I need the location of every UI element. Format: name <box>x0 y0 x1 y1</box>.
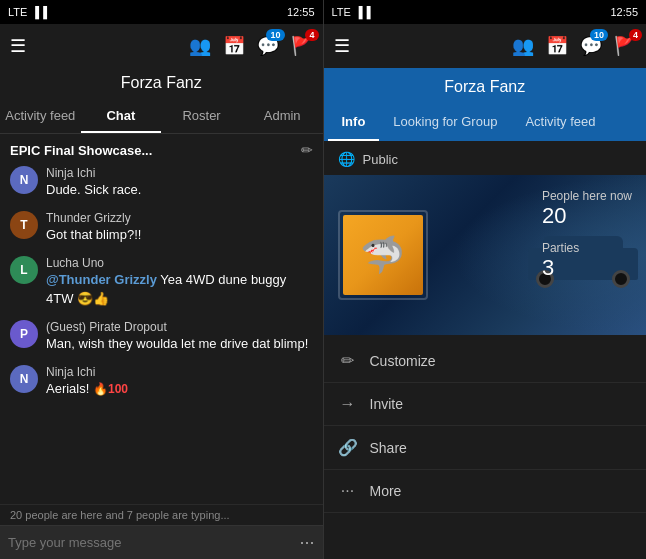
left-top-bar: ☰ 👥 📅 💬 10 🚩 4 <box>0 24 323 68</box>
tab-right-looking-for-group[interactable]: Looking for Group <box>379 104 511 141</box>
right-top-bar-icons: 👥 📅 💬 10 🚩 4 <box>512 35 636 57</box>
left-tabs: Activity feed Chat Roster Admin <box>0 100 323 134</box>
action-list: ✏ Customize → Invite 🔗 Share ··· More <box>324 335 647 517</box>
chat-input-bar: ··· <box>0 525 323 559</box>
avatar-ninja-ichi-1: N <box>10 166 38 194</box>
chat-icon-wrap[interactable]: 💬 10 <box>257 35 279 57</box>
avatar-pirate-dropout: P <box>10 320 38 348</box>
shark-logo-inner: 🦈 <box>343 215 423 295</box>
invite-label: Invite <box>370 396 403 412</box>
msg-text-2: Got that blimp?!! <box>46 226 313 244</box>
stat-parties: Parties 3 <box>542 241 632 281</box>
chat-messages[interactable]: N Ninja Ichi Dude. Sick race. T Thunder … <box>0 162 323 504</box>
customize-icon: ✏ <box>338 351 358 370</box>
msg-content-5: Ninja Ichi Aerials! 🔥100 <box>46 365 313 398</box>
msg-content-1: Ninja Ichi Dude. Sick race. <box>46 166 313 199</box>
stat-parties-label: Parties <box>542 241 632 255</box>
right-lte-icon: ▐▐ <box>355 6 371 18</box>
flag-icon-wrap[interactable]: 🚩 4 <box>291 35 313 57</box>
public-row: 🌐 Public <box>324 141 647 175</box>
stat-parties-value: 3 <box>542 255 632 281</box>
msg-sender-1: Ninja Ichi <box>46 166 313 180</box>
info-content[interactable]: 🌐 Public 🦈 <box>324 141 647 559</box>
action-more[interactable]: ··· More <box>324 470 647 513</box>
globe-icon: 🌐 <box>338 151 355 167</box>
right-status-bar: LTE ▐▐ 12:55 <box>324 0 647 24</box>
action-share[interactable]: 🔗 Share <box>324 426 647 470</box>
banner-stats: People here now 20 Parties 3 <box>542 189 632 293</box>
message-2: T Thunder Grizzly Got that blimp?!! <box>10 211 313 244</box>
message-3: L Lucha Uno @Thunder Grizzly Yea 4WD dun… <box>10 256 313 307</box>
msg-sender-3: Lucha Uno <box>46 256 313 270</box>
right-tabs: Info Looking for Group Activity feed <box>324 104 647 141</box>
fire-100-text: 🔥100 <box>93 382 128 396</box>
invite-icon: → <box>338 395 358 413</box>
stat-people-here-now: People here now 20 <box>542 189 632 229</box>
right-hamburger-icon[interactable]: ☰ <box>334 35 350 57</box>
tab-chat[interactable]: Chat <box>81 100 162 133</box>
tab-admin[interactable]: Admin <box>242 100 323 133</box>
msg-sender-5: Ninja Ichi <box>46 365 313 379</box>
more-button[interactable]: ··· <box>299 532 314 553</box>
msg-content-2: Thunder Grizzly Got that blimp?!! <box>46 211 313 244</box>
edit-icon[interactable]: ✏ <box>301 142 313 158</box>
avatar-ninja-ichi-2: N <box>10 365 38 393</box>
right-calendar-icon-wrap[interactable]: 📅 <box>546 35 568 57</box>
right-carrier: LTE <box>332 6 351 18</box>
message-4: P (Guest) Pirate Dropout Man, wish they … <box>10 320 313 353</box>
msg-sender-2: Thunder Grizzly <box>46 211 313 225</box>
msg-content-3: Lucha Uno @Thunder Grizzly Yea 4WD dune … <box>46 256 313 307</box>
group-banner: 🦈 People here now 20 <box>324 175 647 335</box>
shark-logo: 🦈 <box>338 210 428 300</box>
right-calendar-icon: 📅 <box>546 36 568 56</box>
banner-background: 🦈 People here now 20 <box>324 175 647 335</box>
customize-label: Customize <box>370 353 436 369</box>
msg-sender-4: (Guest) Pirate Dropout <box>46 320 313 334</box>
action-invite[interactable]: → Invite <box>324 383 647 426</box>
calendar-icon-wrap[interactable]: 📅 <box>223 35 245 57</box>
right-people-icon-wrap[interactable]: 👥 <box>512 35 534 57</box>
chat-header: EPIC Final Showcase... ✏ <box>0 134 323 162</box>
chat-footer-status: 20 people are here and 7 people are typi… <box>0 504 323 525</box>
msg-text-3: @Thunder Grizzly Yea 4WD dune buggy 4TW … <box>46 271 313 307</box>
message-5: N Ninja Ichi Aerials! 🔥100 <box>10 365 313 398</box>
left-status-left: LTE ▐▐ <box>8 6 47 18</box>
tab-roster[interactable]: Roster <box>161 100 242 133</box>
msg-content-4: (Guest) Pirate Dropout Man, wish they wo… <box>46 320 313 353</box>
left-panel: LTE ▐▐ 12:55 ☰ 👥 📅 💬 10 🚩 4 <box>0 0 324 559</box>
right-time: 12:55 <box>610 6 638 18</box>
chat-input[interactable] <box>8 535 291 550</box>
stat-people-value: 20 <box>542 203 632 229</box>
carrier-text: LTE <box>8 6 27 18</box>
right-flag-badge: 4 <box>629 29 642 41</box>
right-status-right: 12:55 <box>610 6 638 18</box>
chat-badge: 10 <box>266 29 284 41</box>
right-top-bar: ☰ 👥 📅 💬 10 🚩 4 <box>324 24 647 68</box>
flag-badge: 4 <box>305 29 318 41</box>
msg-text-4: Man, wish they woulda let me drive dat b… <box>46 335 313 353</box>
left-status-right: 12:55 <box>287 6 315 18</box>
msg-text-1: Dude. Sick race. <box>46 181 313 199</box>
right-status-left: LTE ▐▐ <box>332 6 371 18</box>
message-1: N Ninja Ichi Dude. Sick race. <box>10 166 313 199</box>
stat-people-label: People here now <box>542 189 632 203</box>
right-chat-badge: 10 <box>590 29 608 41</box>
chat-section-title: EPIC Final Showcase... <box>10 143 152 158</box>
right-chat-icon-wrap[interactable]: 💬 10 <box>580 35 602 57</box>
msg-text-5: Aerials! 🔥100 <box>46 380 313 398</box>
share-label: Share <box>370 440 407 456</box>
hamburger-icon[interactable]: ☰ <box>10 35 26 57</box>
tab-right-info[interactable]: Info <box>328 104 380 141</box>
top-bar-icons: 👥 📅 💬 10 🚩 4 <box>189 35 313 57</box>
calendar-icon: 📅 <box>223 36 245 56</box>
action-customize[interactable]: ✏ Customize <box>324 339 647 383</box>
people-icon-wrap[interactable]: 👥 <box>189 35 211 57</box>
right-panel: LTE ▐▐ 12:55 ☰ 👥 📅 💬 10 🚩 4 <box>324 0 647 559</box>
avatar-lucha-uno: L <box>10 256 38 284</box>
tab-activity-feed[interactable]: Activity feed <box>0 100 81 133</box>
right-flag-icon-wrap[interactable]: 🚩 4 <box>614 35 636 57</box>
more-icon: ··· <box>338 482 358 500</box>
avatar-thunder-grizzly: T <box>10 211 38 239</box>
share-icon: 🔗 <box>338 438 358 457</box>
tab-right-activity-feed[interactable]: Activity feed <box>511 104 609 141</box>
